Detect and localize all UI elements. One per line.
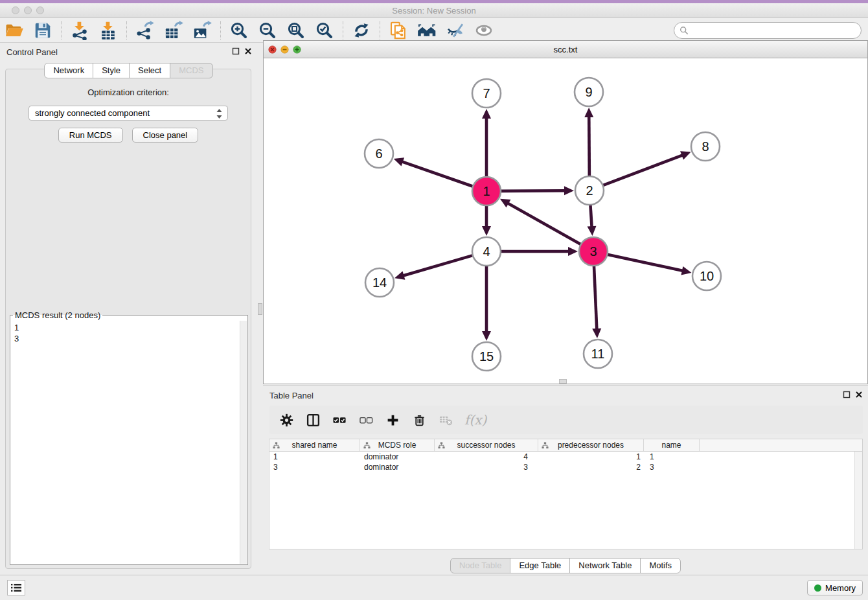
graph-edge-2-3[interactable] (590, 205, 591, 228)
column-header-name[interactable]: name (644, 439, 700, 451)
result-scrollbar[interactable] (240, 321, 247, 564)
network-graph: 7968124314101511 (264, 58, 867, 384)
graph-node-label-2: 2 (586, 183, 593, 198)
network-frame-titlebar[interactable]: scc.txt (264, 41, 867, 58)
table-cell[interactable]: 1 (644, 452, 700, 462)
export-image-button[interactable] (188, 19, 216, 41)
table-row[interactable]: 3dominator323 (269, 462, 862, 472)
tab-edge-table[interactable]: Edge Table (510, 558, 570, 573)
table-cell[interactable]: dominator (360, 452, 435, 462)
export-table-button[interactable] (159, 19, 188, 41)
graph-edge-2-8[interactable] (603, 155, 684, 185)
graph-arrowhead-2-9 (584, 108, 593, 117)
table-row[interactable]: 1dominator411 (269, 452, 862, 462)
mcds-result-line: 1 (14, 322, 236, 333)
network-canvas[interactable]: 7968124314101511 (264, 58, 867, 384)
search-box[interactable] (674, 22, 862, 39)
mcds-tab-panel: Optimization criterion: strongly connect… (5, 69, 251, 569)
graph-edge-4-14[interactable] (402, 255, 473, 276)
save-session-button[interactable] (29, 19, 57, 41)
tab-network[interactable]: Network (44, 63, 93, 78)
show-column-panel-button[interactable] (305, 412, 321, 428)
unselect-all-columns-button[interactable] (358, 412, 374, 428)
task-history-button[interactable] (7, 580, 25, 595)
table-scrollbar[interactable] (854, 452, 862, 549)
close-panel-button[interactable]: Close panel (132, 128, 199, 143)
canvas-splitter-handle[interactable] (559, 379, 567, 384)
float-panel-icon[interactable] (232, 47, 240, 55)
first-neighbors-button[interactable] (413, 19, 441, 41)
tab-network-table[interactable]: Network Table (569, 558, 641, 573)
close-panel-icon[interactable] (244, 47, 252, 55)
import-network-button[interactable] (65, 19, 94, 41)
graph-edge-3-1[interactable] (507, 203, 580, 245)
column-type-icon (273, 442, 280, 449)
show-all-button[interactable] (470, 19, 498, 41)
table-toolbar: f(x) (269, 406, 863, 434)
delete-column-button[interactable] (411, 412, 427, 428)
graph-edge-2-9[interactable] (589, 115, 589, 176)
float-table-panel-icon[interactable] (843, 391, 851, 398)
plus-icon (386, 413, 400, 427)
table-cell[interactable]: 4 (435, 452, 538, 462)
table-cell[interactable]: dominator (360, 462, 435, 472)
zoom-in-button[interactable] (225, 19, 253, 41)
table-cell[interactable]: 2 (538, 462, 644, 472)
export-network-icon (135, 21, 155, 40)
unchecked-boxes-icon (360, 413, 373, 427)
toolbar-separator (380, 21, 380, 40)
zoom-selected-button[interactable] (310, 19, 339, 41)
mcds-result-legend: MCDS result (2 nodes) (13, 310, 102, 320)
tab-style[interactable]: Style (93, 63, 130, 78)
column-header-shared-name[interactable]: shared name (269, 439, 360, 451)
houses-icon (417, 21, 437, 40)
create-column-button[interactable] (385, 412, 400, 428)
vertical-splitter-handle[interactable] (258, 303, 262, 315)
export-network-button[interactable] (131, 19, 159, 41)
open-folder-icon (5, 21, 24, 40)
close-table-panel-icon[interactable] (855, 391, 863, 398)
memory-button[interactable]: Memory (807, 580, 863, 595)
graph-edge-3-11[interactable] (594, 266, 597, 330)
table-cell[interactable]: 3 (269, 462, 360, 472)
apply-layout-button[interactable] (347, 19, 376, 41)
zoom-fit-button[interactable] (282, 19, 310, 41)
table-cell[interactable]: 3 (435, 462, 538, 472)
mcds-result-text[interactable]: 13 (10, 320, 240, 564)
graph-node-label-6: 6 (375, 146, 382, 161)
column-type-icon (363, 442, 371, 449)
graph-edge-1-2[interactable] (501, 190, 566, 191)
toolbar-separator (220, 21, 221, 40)
zoom-out-button[interactable] (253, 19, 282, 41)
gear-icon (280, 413, 293, 427)
tab-node-table[interactable]: Node Table (450, 558, 511, 573)
zoom-out-icon (258, 21, 277, 40)
tab-mcds[interactable]: MCDS (170, 63, 212, 78)
graph-arrowhead-3-10 (681, 266, 691, 275)
table-cell[interactable]: 1 (269, 452, 360, 462)
tab-motifs[interactable]: Motifs (640, 558, 681, 573)
column-header-mcds-role[interactable]: MCDS role (360, 439, 435, 451)
function-builder-button-disabled[interactable]: f(x) (464, 412, 486, 428)
graph-arrowhead-4-15 (482, 331, 491, 341)
table-panel: Table Panel (263, 386, 868, 575)
criterion-dropdown[interactable]: strongly connected component (29, 106, 228, 121)
control-panel-title: Control Panel (6, 47, 58, 57)
run-mcds-button[interactable]: Run MCDS (58, 128, 123, 143)
column-header-successor-nodes[interactable]: successor nodes (435, 439, 538, 451)
network-from-selection-button[interactable] (384, 19, 413, 41)
hide-selected-button[interactable] (441, 19, 470, 41)
table-cell[interactable]: 3 (644, 462, 700, 472)
search-input[interactable] (689, 24, 861, 37)
column-header-predecessor-nodes[interactable]: predecessor nodes (538, 439, 644, 451)
select-all-columns-button[interactable] (332, 412, 347, 428)
open-session-button[interactable] (0, 19, 29, 41)
table-settings-button[interactable] (279, 412, 294, 428)
delete-table-button-disabled[interactable] (438, 412, 453, 428)
table-cell[interactable]: 1 (538, 452, 644, 462)
import-table-button[interactable] (94, 19, 122, 41)
graph-edge-1-6[interactable] (401, 161, 473, 187)
graph-edge-3-10[interactable] (607, 255, 683, 271)
graph-arrowhead-2-3 (588, 226, 597, 236)
tab-select[interactable]: Select (129, 63, 170, 78)
